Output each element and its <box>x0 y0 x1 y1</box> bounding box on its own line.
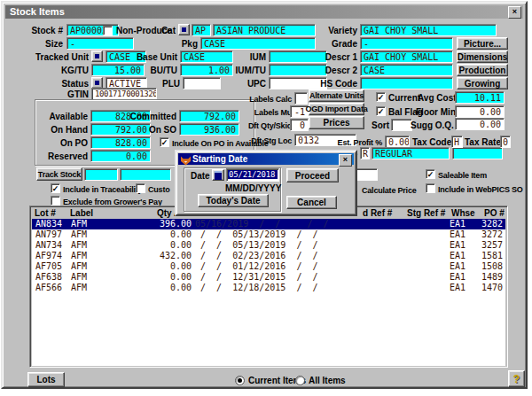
po-header[interactable]: PO # <box>484 208 505 218</box>
saleable-item-checkbox[interactable]: ✓ <box>426 169 435 179</box>
rcvd-ref-header[interactable]: d Ref # <box>363 208 392 218</box>
on-po-label: On PO <box>38 138 88 149</box>
descr2-field[interactable]: CASE <box>360 64 453 76</box>
descr2-label: Descr 2 <box>313 66 357 76</box>
cell-whse: EA1 <box>441 261 480 272</box>
reserved-field[interactable]: 0.00 <box>90 150 151 162</box>
sort-field[interactable] <box>391 119 412 131</box>
hs-code-field[interactable] <box>360 77 453 89</box>
tax-code-label: Tax Code <box>412 137 450 148</box>
base-unit-field[interactable]: CASE <box>180 50 233 63</box>
table-row[interactable]: AF566AFM0.00 / / 12/18/2015 / /EA11470 <box>32 283 505 293</box>
labels-calc-label: Labels Calc <box>242 94 292 105</box>
calendar-button[interactable] <box>212 169 224 181</box>
production-button[interactable]: Production <box>457 64 508 76</box>
dialog-titlebar[interactable]: Starting Date × <box>178 153 354 165</box>
exclude-growers-checkbox[interactable] <box>51 196 60 206</box>
custo-checkbox[interactable] <box>136 183 145 193</box>
table-row[interactable]: AF638AFM0.00 / / 12/31/2015 / /EA11489 <box>32 272 505 283</box>
cell-label: AFM <box>71 219 101 229</box>
calculate-price-label: Calculate Price <box>362 185 428 196</box>
lot-header[interactable]: Lot # <box>35 208 56 218</box>
proceed-button[interactable]: Proceed <box>286 168 339 182</box>
gtin-field[interactable]: 10017170001326 <box>91 88 157 100</box>
cell-whse: EA1 <box>441 272 480 283</box>
on-po-field[interactable]: 828.00 <box>90 136 151 149</box>
bal-flag-checkbox[interactable]: ✓ <box>376 106 386 116</box>
close-icon[interactable]: × <box>508 6 521 19</box>
descr1-field[interactable]: GAI CHOY SMALL <box>360 50 453 63</box>
cell-lot: AN734 <box>35 240 71 251</box>
cancel-button[interactable]: Cancel <box>286 196 337 209</box>
ogd-import-data-button[interactable]: OGD Import Data <box>309 103 364 115</box>
cell-qty: 0.00 <box>101 261 192 272</box>
size-field[interactable]: - <box>66 37 134 50</box>
growing-button[interactable]: Growing <box>457 77 508 89</box>
dialog-close-icon[interactable]: × <box>339 154 352 167</box>
whse-header[interactable]: Whse <box>451 208 475 218</box>
pkg-field[interactable]: CASE <box>200 37 316 50</box>
table-row[interactable]: AF705AFM0.00 / / 01/12/2016 / /EA11508 <box>32 261 505 272</box>
cat-name-field[interactable]: ASIAN PRODUCE <box>213 24 316 36</box>
est-profit-field[interactable]: 0.00 <box>385 136 410 148</box>
on-so-field[interactable]: 936.00 <box>179 123 239 136</box>
sugg-oq-field[interactable]: 0.00 <box>455 118 505 130</box>
kg-tu-label: KG/TU <box>20 66 89 76</box>
non-produce-checkbox[interactable] <box>103 26 113 35</box>
tax-rate-field[interactable]: 0 <box>500 136 511 148</box>
product-type-extra-field[interactable] <box>452 147 503 159</box>
floor-min-field[interactable]: 0.00 <box>455 105 505 118</box>
current-items-radio[interactable] <box>235 376 245 385</box>
date-input[interactable]: 05/21/2018 <box>226 168 279 182</box>
table-row[interactable]: AN797AFM0.00 / / 05/13/2019 / /EA13272 <box>32 229 505 240</box>
include-traceability-checkbox[interactable]: ✓ <box>51 183 60 193</box>
include-webpics-checkbox[interactable] <box>426 183 435 193</box>
grade-field[interactable]: - <box>360 37 453 50</box>
saleable-item-label: Saleable Item <box>438 170 500 181</box>
table-row[interactable]: AF974AFM432.00 / / 02/23/2016 / /EA11581 <box>32 251 505 261</box>
tax-code-field[interactable]: H <box>451 136 463 148</box>
labels-calc-field[interactable] <box>294 92 308 105</box>
cell-qty: 0.00 <box>101 240 192 251</box>
alternate-units-button[interactable]: Alternate Units <box>309 89 364 102</box>
avg-cost-field[interactable]: 10.11 <box>455 91 505 104</box>
help-button[interactable]: ? <box>508 370 525 387</box>
all-items-radio[interactable] <box>295 376 305 385</box>
plu-field[interactable] <box>183 77 221 89</box>
table-row[interactable]: AN734AFM0.00 / / 05/13/2019 / /EA13257 <box>32 240 505 251</box>
fox-icon <box>181 156 191 166</box>
track-field-1[interactable] <box>84 168 118 181</box>
lot-table: Lot # Label Qty Avail d Ref # Stg Ref # … <box>29 206 508 368</box>
committed-label: Committed <box>127 112 176 122</box>
track-stock-button[interactable]: Track Stock <box>36 167 82 181</box>
upc-label: UPC <box>233 79 266 89</box>
variety-field[interactable]: GAI CHOY SMALL <box>360 24 497 36</box>
label-header[interactable]: Label <box>70 208 93 218</box>
dimensions-button[interactable]: Dimensions <box>457 50 508 63</box>
current-checkbox[interactable]: ✓ <box>376 92 386 102</box>
ium-label: IUM <box>233 52 266 63</box>
picture-button[interactable]: Picture... <box>457 37 508 50</box>
lots-button[interactable]: Lots <box>27 372 65 387</box>
dft-qty-skid-label: Dft Qty/Skid <box>240 120 292 131</box>
product-type-code-field[interactable]: R <box>360 147 370 159</box>
bu-tu-field[interactable]: 1.00 <box>180 64 233 76</box>
cell-qty: 0.00 <box>101 283 192 293</box>
tracked-unit-lookup-button[interactable] <box>91 50 103 62</box>
table-row[interactable]: AN834AFM396.0005/16/2019 / / / /EA13282 <box>32 219 505 229</box>
tax-rate-label: Tax Rate <box>465 137 498 148</box>
track-field-2[interactable] <box>120 168 171 181</box>
todays-date-button[interactable]: Today's Date <box>198 194 269 207</box>
dft-qty-skid-field[interactable]: 0 <box>290 119 309 131</box>
cat-code-field[interactable]: AP <box>192 24 211 36</box>
cat-lookup-button[interactable] <box>178 24 190 35</box>
cell-label: AFM <box>71 283 101 293</box>
prices-button[interactable]: Prices <box>309 116 364 129</box>
window-titlebar[interactable]: Stock Items × <box>5 5 523 19</box>
include-on-po-checkbox[interactable]: ✓ <box>160 137 169 147</box>
committed-field[interactable]: 792.00 <box>179 110 239 122</box>
product-type-field[interactable]: REGULAR <box>372 147 450 159</box>
stg-ref-header[interactable]: Stg Ref # <box>407 208 445 218</box>
cell-label: AFM <box>71 272 101 283</box>
cell-label: AFM <box>71 251 101 261</box>
